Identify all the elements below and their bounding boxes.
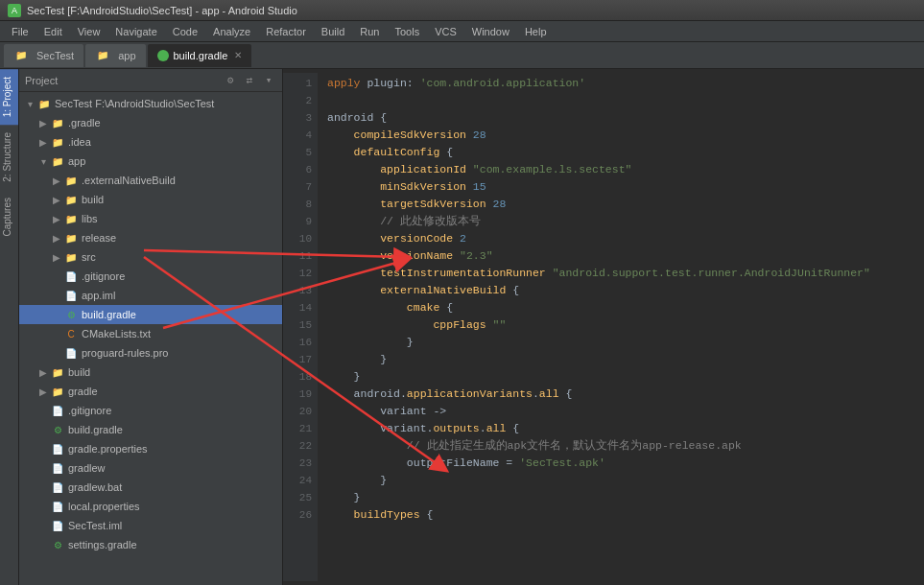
- tree-item-libs[interactable]: ▶ 📁 libs: [19, 209, 282, 228]
- tree-label: app: [68, 155, 85, 167]
- tab-close-icon[interactable]: ✕: [234, 50, 242, 60]
- title-bar: A SecTest [F:\AndroidStudio\SecTest] - a…: [0, 0, 924, 21]
- tree-item-gradlewbat[interactable]: 📄 gradlew.bat: [19, 478, 282, 497]
- tab-label: SecTest: [36, 50, 74, 61]
- strip-label-project[interactable]: 1: Project: [0, 69, 18, 125]
- project-panel: Project ⚙ ⇄ ▾ ▾ 📁 SecTest F:\AndroidStud…: [19, 69, 283, 585]
- tree-arrow: ▶: [50, 233, 63, 244]
- tab-label: app: [118, 50, 135, 61]
- tree-label: build: [82, 194, 104, 205]
- menu-item-view[interactable]: View: [70, 24, 108, 39]
- tree-label: gradle: [68, 386, 98, 397]
- menu-item-tools[interactable]: Tools: [387, 24, 427, 39]
- menu-item-run[interactable]: Run: [352, 24, 387, 39]
- tree-arrow: ▶: [50, 195, 63, 205]
- tree-label: proguard-rules.pro: [82, 347, 169, 359]
- tree-item-build-root[interactable]: ▶ 📁 build: [19, 363, 282, 382]
- tree-item-localprops[interactable]: 📄 local.properties: [19, 497, 282, 516]
- folder-icon: 📁: [63, 212, 79, 225]
- tree-item-cmakelists[interactable]: C CMakeLists.txt: [19, 324, 282, 343]
- folder-icon: 📁: [63, 174, 79, 187]
- tab-build-gradle[interactable]: build.gradle✕: [148, 44, 252, 67]
- folder-icon: 📁: [50, 135, 65, 149]
- tree-item-gradle-root[interactable]: ▶ 📁 .gradle: [19, 113, 282, 132]
- folder-icon: 📁: [63, 250, 79, 264]
- tree-item-idea[interactable]: ▶ 📁 .idea: [19, 132, 282, 152]
- tree-item-settingsgradle[interactable]: ⚙ settings.gradle: [19, 535, 282, 554]
- tree-label: build.gradle: [68, 424, 123, 435]
- tree-item-proguard[interactable]: 📄 proguard-rules.pro: [19, 343, 282, 363]
- menu-item-refactor[interactable]: Refactor: [258, 24, 314, 39]
- tree-item-sectest-root[interactable]: ▾ 📁 SecTest F:\AndroidStudio\SecTest: [19, 94, 282, 113]
- panel-sync-icon[interactable]: ⇄: [242, 73, 257, 88]
- tree-item-buildgradle-root[interactable]: ⚙ build.gradle: [19, 420, 282, 439]
- tree-item-release[interactable]: ▶ 📁 release: [19, 228, 282, 247]
- tree-arrow: ▾: [36, 156, 50, 167]
- tree-label: build.gradle: [82, 309, 136, 320]
- panel-title: Project: [25, 75, 219, 86]
- tree-item-gradle-properties[interactable]: 📄 gradle.properties: [19, 439, 282, 458]
- panel-expand-icon[interactable]: ▾: [261, 73, 276, 88]
- tab-app[interactable]: 📁app: [85, 44, 145, 67]
- tree-item-sectestiml[interactable]: 📄 SecTest.iml: [19, 516, 282, 535]
- tree-arrow: ▶: [36, 137, 50, 148]
- tree-label: .gitignore: [68, 405, 111, 416]
- tree-item-src[interactable]: ▶ 📁 src: [19, 247, 282, 267]
- tree-label: build: [68, 366, 90, 378]
- tree-label: .idea: [68, 136, 91, 148]
- tree-label: libs: [82, 213, 98, 224]
- strip-label-captures[interactable]: Captures: [0, 190, 18, 245]
- tree-item-build-app[interactable]: ▶ 📁 build: [19, 190, 282, 209]
- gradle-icon: ⚙: [63, 308, 79, 321]
- file-icon: 📄: [50, 442, 65, 456]
- code-area[interactable]: apply plugin: 'com.android.application' …: [318, 73, 924, 581]
- folder-icon: 📁: [63, 231, 79, 245]
- menu-item-code[interactable]: Code: [165, 24, 205, 39]
- menu-item-navigate[interactable]: Navigate: [107, 24, 164, 39]
- panel-settings-icon[interactable]: ⚙: [223, 73, 238, 88]
- tree-item-appiml[interactable]: 📄 app.iml: [19, 286, 282, 305]
- tree-arrow: ▶: [36, 386, 50, 397]
- folder-icon: 📁: [50, 154, 65, 168]
- folder-icon: 📁: [50, 116, 65, 129]
- file-icon: 📄: [50, 500, 65, 513]
- tab-sectest[interactable]: 📁SecTest: [4, 44, 83, 67]
- tree-arrow: ▶: [36, 118, 50, 129]
- tree-item-gitignore-root[interactable]: 📄 .gitignore: [19, 401, 282, 420]
- tree-label: settings.gradle: [68, 539, 137, 550]
- strip-label-structure[interactable]: 2: Structure: [0, 125, 18, 190]
- file-icon: 📄: [63, 289, 79, 302]
- panel-header: Project ⚙ ⇄ ▾: [19, 69, 282, 92]
- tree-item-gradlew[interactable]: 📄 gradlew: [19, 458, 282, 478]
- tree-item-gitignore-app[interactable]: 📄 .gitignore: [19, 267, 282, 286]
- main-area: 1: Project 2: Structure Captures Project…: [0, 69, 924, 585]
- menu-item-file[interactable]: File: [4, 24, 36, 39]
- file-icon: 📄: [50, 519, 65, 532]
- tree-item-externalnativebuild[interactable]: ▶ 📁 .externalNativeBuild: [19, 171, 282, 190]
- file-icon: 📄: [63, 346, 79, 360]
- tree-item-gradle-dir[interactable]: ▶ 📁 gradle: [19, 382, 282, 401]
- line-numbers: 12345 678910 1112131415 1617181920 21222…: [283, 73, 318, 581]
- menu-item-window[interactable]: Window: [464, 24, 517, 39]
- menu-bar: FileEditViewNavigateCodeAnalyzeRefactorB…: [0, 21, 924, 42]
- top-tab-bar: 📁SecTest📁appbuild.gradle✕: [0, 42, 924, 69]
- menu-item-vcs[interactable]: VCS: [427, 24, 464, 39]
- file-icon: 📄: [50, 404, 65, 417]
- tree-arrow: ▾: [23, 99, 36, 109]
- tree-label: gradlew.bat: [68, 481, 122, 493]
- menu-item-edit[interactable]: Edit: [36, 24, 70, 39]
- tree-item-app[interactable]: ▾ 📁 app: [19, 152, 282, 171]
- tree-item-buildgradle-app[interactable]: ⚙ build.gradle: [19, 305, 282, 324]
- menu-item-analyze[interactable]: Analyze: [205, 24, 258, 39]
- menu-item-help[interactable]: Help: [517, 24, 555, 39]
- file-icon: 📄: [63, 269, 79, 283]
- folder-icon: 📁: [36, 97, 52, 110]
- gradle-icon: ⚙: [50, 423, 65, 436]
- gradle-tab-icon: [157, 50, 169, 61]
- menu-item-build[interactable]: Build: [314, 24, 352, 39]
- tree-label: .gitignore: [82, 270, 125, 282]
- title-text: SecTest [F:\AndroidStudio\SecTest] - app…: [27, 5, 297, 16]
- code-content[interactable]: 12345 678910 1112131415 1617181920 21222…: [283, 69, 924, 585]
- tree-arrow: ▶: [50, 252, 63, 263]
- app-icon: A: [8, 4, 21, 17]
